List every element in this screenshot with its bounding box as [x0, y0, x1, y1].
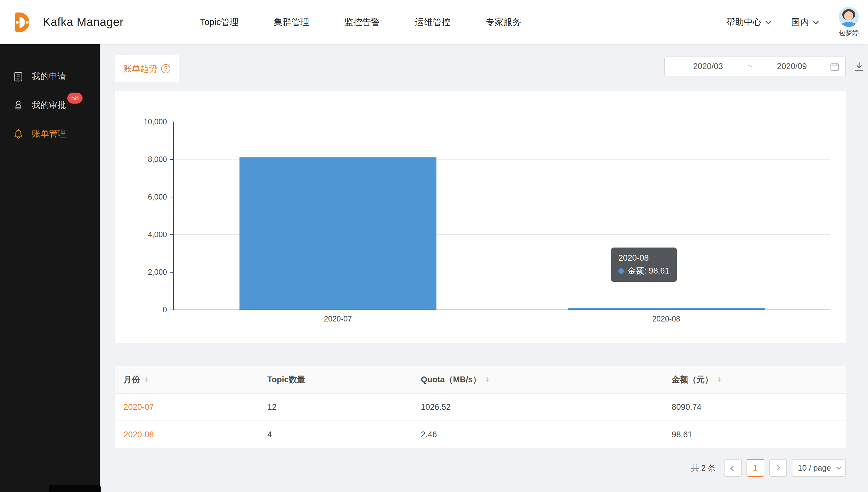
nav-monitor-alert[interactable]: 监控告警	[344, 16, 380, 28]
export-button[interactable]	[851, 59, 867, 74]
nav-topic-management[interactable]: Topic管理	[200, 16, 239, 28]
tickmark	[170, 310, 173, 310]
y-tick-label: 4,000	[148, 230, 167, 239]
chevron-down-icon	[837, 465, 841, 470]
y-tick-label: 0	[163, 305, 167, 314]
month-link[interactable]: 2020-07	[123, 402, 154, 412]
nav-ops-control[interactable]: 运维管控	[415, 16, 450, 28]
tickmark	[170, 159, 173, 160]
date-end-input[interactable]: 2020/09	[754, 62, 829, 71]
approvals-count-badge: 58	[67, 93, 83, 104]
chart-tooltip: 2020-08 金额: 98.61	[611, 248, 677, 282]
sidebar: 我的申请 我的审批 58 账单管理	[0, 44, 100, 492]
table-row: 2020-07 12 1026.52 8090.74	[115, 394, 846, 421]
gridline	[174, 122, 830, 122]
chevron-down-icon	[813, 19, 818, 24]
chevron-down-icon	[766, 19, 771, 24]
sort-icon[interactable]: ▲▼	[717, 377, 722, 382]
app-title: Kafka Manager	[43, 16, 123, 29]
column-header-amount[interactable]: 金额（元） ▲▼	[663, 374, 846, 385]
tooltip-series-dot	[618, 268, 624, 274]
bill-table: 月份 ▲▼ Topic数量 Quota（MB/s） ▲▼ 金额（元） ▲▼ 20…	[115, 366, 846, 449]
chevron-right-icon	[775, 465, 780, 470]
main-content: 账单趋势 ? 2020/03 ~ 2020/09	[100, 44, 868, 492]
calendar-icon[interactable]	[829, 62, 840, 72]
page: Kafka Manager Topic管理 集群管理 监控告警 运维管控 专家服…	[0, 0, 868, 492]
avatar-shirt	[841, 22, 857, 27]
column-label: 月份	[123, 374, 140, 385]
question-circle-icon[interactable]: ?	[161, 64, 170, 73]
app-logo-icon	[8, 9, 35, 35]
sidebar-item-bill-management[interactable]: 账单管理	[0, 120, 100, 148]
sidebar-item-my-approvals[interactable]: 我的审批 58	[0, 91, 100, 120]
nav-cluster-management[interactable]: 集群管理	[274, 16, 309, 28]
tab-label: 账单趋势	[123, 63, 158, 75]
tickmark	[170, 197, 173, 197]
cell-topic-count: 4	[258, 430, 412, 439]
tooltip-value: 金额: 98.61	[628, 265, 670, 277]
cell-quota: 2.46	[412, 430, 663, 439]
y-tick-label: 2,000	[148, 268, 167, 276]
tab-bill-trend[interactable]: 账单趋势 ?	[115, 55, 179, 82]
help-center-menu[interactable]: 帮助中心	[726, 16, 770, 28]
pagination: 共 2 条 1 10 / page	[691, 459, 846, 477]
chevron-left-icon	[730, 465, 736, 471]
month-link[interactable]: 2020-08	[123, 430, 154, 439]
page-size-select[interactable]: 10 / page	[792, 459, 846, 477]
table-row: 2020-08 4 2.46 98.61	[115, 421, 846, 449]
tickmark	[170, 235, 173, 235]
bill-trend-chart-card: 10,000 8,000 6,000 4,000 2,000 0 2020-08…	[115, 91, 846, 343]
column-header-topic-count: Topic数量	[258, 374, 412, 385]
sidebar-item-my-applications[interactable]: 我的申请	[0, 62, 100, 91]
sidebar-item-label: 我的申请	[32, 71, 66, 82]
page-1-button[interactable]: 1	[747, 459, 764, 477]
page-size-label: 10 / page	[798, 463, 831, 473]
bottom-left-overlay	[49, 485, 101, 492]
avatar[interactable]	[839, 7, 859, 27]
sidebar-item-label: 账单管理	[32, 128, 66, 140]
nav-expert-service[interactable]: 专家服务	[486, 16, 521, 28]
y-tick-label: 10,000	[144, 117, 167, 126]
tickmark	[170, 122, 173, 122]
stamp-icon	[12, 99, 24, 111]
table-header-row: 月份 ▲▼ Topic数量 Quota（MB/s） ▲▼ 金额（元） ▲▼	[115, 366, 846, 394]
region-label: 国内	[791, 16, 809, 28]
column-label: Topic数量	[267, 374, 305, 385]
caret-down-icon: ▼	[717, 379, 722, 382]
cell-topic-count: 12	[258, 402, 412, 412]
caret-down-icon: ▼	[485, 379, 490, 382]
y-tick-label: 8,000	[148, 155, 167, 164]
column-header-quota[interactable]: Quota（MB/s） ▲▼	[412, 374, 663, 385]
bar-2020-08[interactable]	[568, 308, 765, 310]
caret-down-icon: ▼	[144, 379, 149, 382]
user-name: 包梦婷	[839, 28, 859, 38]
column-label: 金额（元）	[672, 374, 713, 385]
date-separator: ~	[746, 62, 754, 71]
sort-icon[interactable]: ▲▼	[485, 377, 490, 382]
cell-quota: 1026.52	[412, 402, 663, 412]
tooltip-title: 2020-08	[618, 252, 670, 265]
sort-icon[interactable]: ▲▼	[144, 377, 149, 382]
column-label: Quota（MB/s）	[421, 374, 481, 385]
x-tick-label: 2020-07	[324, 315, 352, 323]
tooltip-row: 金额: 98.61	[618, 265, 670, 277]
region-selector[interactable]: 国内	[791, 16, 817, 28]
clipboard-icon	[12, 70, 24, 82]
tickmark	[170, 272, 173, 273]
prev-page-button[interactable]	[724, 459, 742, 477]
bill-alarm-icon	[12, 128, 24, 140]
column-header-month[interactable]: 月份 ▲▼	[115, 374, 258, 385]
download-icon	[853, 60, 866, 73]
date-start-input[interactable]: 2020/03	[671, 62, 746, 71]
x-tick-label: 2020-08	[652, 315, 680, 323]
cell-amount: 98.61	[663, 430, 846, 439]
bar-2020-07[interactable]	[239, 157, 437, 310]
next-page-button[interactable]	[769, 459, 787, 477]
app-header: Kafka Manager Topic管理 集群管理 监控告警 运维管控 专家服…	[0, 0, 868, 44]
date-range-picker[interactable]: 2020/03 ~ 2020/09	[664, 56, 846, 76]
bar-chart: 10,000 8,000 6,000 4,000 2,000 0 2020-08…	[173, 122, 830, 310]
user-block[interactable]: 包梦婷	[839, 7, 859, 38]
cell-amount: 8090.74	[663, 402, 846, 412]
help-center-label: 帮助中心	[726, 16, 761, 28]
top-nav: Topic管理 集群管理 监控告警 运维管控 专家服务	[200, 16, 521, 28]
